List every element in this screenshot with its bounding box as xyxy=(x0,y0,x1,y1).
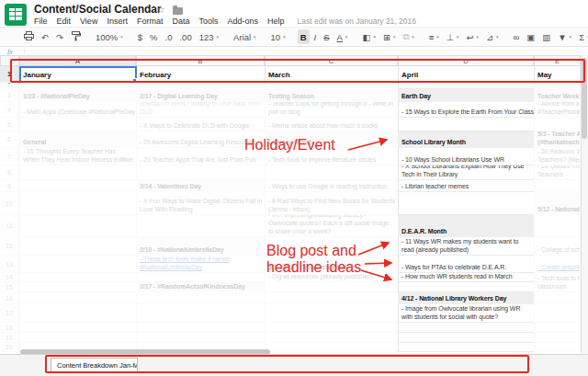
decrease-decimals[interactable]: .0 xyxy=(163,29,175,44)
percent-format[interactable]: % xyxy=(147,29,160,44)
annotation-blog-ideas-label: Blog post and headline ideas xyxy=(266,243,361,276)
print-icon[interactable] xyxy=(21,29,37,44)
cell-D14[interactable]: - How much WR students read in March xyxy=(398,273,534,282)
insert-chart-button[interactable]: ▥ xyxy=(539,29,553,44)
menubar: FileEditViewInsertFormatDataToolsAdd-ons… xyxy=(34,16,416,26)
font-size-select[interactable]: 10▾ xyxy=(268,29,288,44)
fill-color-button[interactable]: ◧▾ xyxy=(359,29,379,44)
insert-comment-button[interactable]: ▣ xyxy=(524,29,537,44)
menu-tools[interactable]: Tools xyxy=(198,17,218,26)
zoom-select[interactable]: 100%▾ xyxy=(93,29,126,44)
cell-D17[interactable]: - Image from Owlvocate librarian using W… xyxy=(398,304,534,323)
menu-add-ons[interactable]: Add-ons xyxy=(227,17,258,26)
currency-format[interactable]: $ xyxy=(135,29,145,44)
menu-help[interactable]: Help xyxy=(267,17,285,26)
cell-D7[interactable]: - 10 Ways School Librarians Use WR xyxy=(398,148,534,165)
font-family-select[interactable]: Arial▾ xyxy=(231,29,259,44)
menu-format[interactable]: Format xyxy=(137,17,164,26)
increase-decimals[interactable]: .00 xyxy=(176,29,194,44)
horizontal-align-button[interactable]: ≡▾ xyxy=(426,29,442,44)
cell-month-march[interactable]: March xyxy=(265,66,398,82)
document-title[interactable]: Content/Social Calendar xyxy=(34,3,162,16)
sheets-logo-icon xyxy=(5,4,27,26)
cell-D13[interactable]: - Ways for PTAs to celebrate D.E.A.R. xyxy=(398,256,534,273)
vertical-scrollbar-thumb[interactable] xyxy=(582,58,587,139)
vertical-align-button[interactable]: ⊥▾ xyxy=(444,29,462,44)
star-icon[interactable]: ☆ xyxy=(156,4,165,16)
filter-button[interactable]: ▼▾ xyxy=(555,29,574,44)
cell-D16[interactable]: 4/12 - National Library Workers Day xyxy=(398,292,534,304)
text-wrap-button[interactable]: ↩▾ xyxy=(464,29,481,44)
borders-button[interactable]: ⊞▾ xyxy=(380,29,398,44)
menu-view[interactable]: View xyxy=(80,17,97,26)
more-formats[interactable]: 123▾ xyxy=(197,29,221,44)
sheet-tab-1[interactable]: Content Breakdown Jan-May 2016▾ xyxy=(51,358,138,373)
insert-link-button[interactable]: ∞ xyxy=(511,29,523,44)
italic-button[interactable]: I xyxy=(311,29,320,44)
column-header-E[interactable]: E xyxy=(534,55,581,66)
menu-insert[interactable]: Insert xyxy=(107,17,128,26)
cell-month-may[interactable]: May xyxy=(534,66,580,82)
menu-data[interactable]: Data xyxy=(172,17,189,26)
paint-format-icon[interactable] xyxy=(68,29,84,44)
last-edit-status[interactable]: Last edit was on January 21, 2016 xyxy=(298,17,416,26)
grid-corner[interactable] xyxy=(0,55,19,66)
cell-D4[interactable]: - 15 Ways to Explore the Earth From Your… xyxy=(398,102,534,118)
redo-icon[interactable]: ↷ xyxy=(53,29,66,44)
cell-D3[interactable]: Earth Day xyxy=(398,89,534,102)
cell-D6[interactable]: School Library Month xyxy=(398,131,534,148)
undo-icon[interactable]: ↶ xyxy=(39,29,51,44)
move-to-folder-icon[interactable] xyxy=(173,7,183,15)
selected-cell-outline[interactable] xyxy=(19,66,137,83)
fill-handle[interactable] xyxy=(132,78,137,83)
column-header-A[interactable]: A xyxy=(19,55,136,66)
text-color-button[interactable]: A▾ xyxy=(334,29,351,44)
column-header-D[interactable]: D xyxy=(398,55,534,66)
toolbar: ↶↷100%▾$%.0.00123▾Arial▾10▾BISA▾◧▾⊞▾⧉▾≡▾… xyxy=(0,27,588,47)
merge-cells-button[interactable]: ⧉▾ xyxy=(400,29,416,44)
column-header-B[interactable]: B xyxy=(136,55,265,66)
cell-month-april[interactable]: April xyxy=(398,66,534,82)
cell-D11[interactable]: D.E.A.R. Month xyxy=(398,215,534,237)
cell-month-february[interactable]: February xyxy=(136,66,265,82)
functions-button[interactable]: Σ▾ xyxy=(576,29,588,44)
menu-file[interactable]: File xyxy=(34,17,48,26)
bold-button[interactable]: B xyxy=(298,29,310,44)
cell-D12[interactable]: - 11 Ways WR makes my students want tore… xyxy=(398,237,534,256)
strikethrough-button[interactable]: S xyxy=(321,29,332,44)
text-rotate-button[interactable]: ⊿▾ xyxy=(483,29,501,44)
menu-edit[interactable]: Edit xyxy=(57,17,72,26)
column-header-C[interactable]: C xyxy=(265,55,398,66)
fade-overlay-left xyxy=(0,84,398,352)
cell-D8[interactable]: - X School Librarians Explain How They U… xyxy=(398,165,534,180)
annotation-holiday-event-label: Holiday/Event xyxy=(244,137,335,154)
cell-D9[interactable]: - Librian teacher memes xyxy=(398,180,534,192)
google-sheets-app: Content/Social Calendar ☆ FileEditViewIn… xyxy=(0,0,588,376)
row-header-1[interactable]: 1 xyxy=(0,66,19,82)
fade-overlay-right xyxy=(534,84,581,352)
